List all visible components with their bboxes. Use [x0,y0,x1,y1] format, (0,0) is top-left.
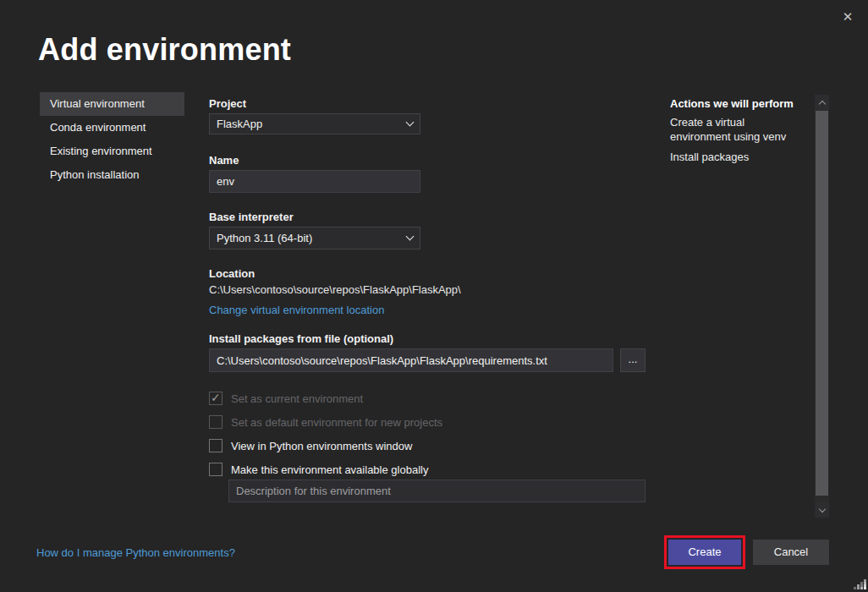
environment-type-list: Virtual environment Conda environment Ex… [40,92,184,187]
checkbox-set-as-current[interactable] [209,392,222,405]
action-item: Install packages [670,150,805,164]
checkbox-row[interactable]: View in Python environments window [209,439,412,452]
actions-panel: Actions we will perform Create a virtual… [670,97,805,164]
checkbox-make-available-globally[interactable] [209,463,222,476]
checkbox-view-in-environments-window[interactable] [209,439,222,452]
project-dropdown-value: FlaskApp [217,114,262,134]
sidebar-item-virtual-environment[interactable]: Virtual environment [40,92,184,116]
browse-button[interactable]: ... [620,348,646,372]
checkbox-label: Set as current environment [231,392,363,405]
scroll-down-icon[interactable] [815,502,829,518]
description-input[interactable] [228,480,646,502]
scrollbar-thumb[interactable] [816,111,828,496]
name-input[interactable] [209,170,420,193]
base-interpreter-dropdown-value: Python 3.11 (64-bit) [217,228,312,248]
cancel-button[interactable]: Cancel [753,540,829,565]
checkbox-set-as-default[interactable] [209,415,222,429]
checkbox-label: View in Python environments window [231,440,412,452]
base-interpreter-dropdown[interactable]: Python 3.11 (64-bit) [209,227,420,249]
chevron-down-icon [406,118,415,127]
checkbox-label: Set as default environment for new proje… [231,416,442,429]
project-label: Project [209,97,246,110]
resize-grip-icon[interactable] [853,579,866,590]
page-title: Add environment [38,32,291,68]
actions-panel-title: Actions we will perform [670,97,805,110]
sidebar-item-existing-environment[interactable]: Existing environment [40,140,184,163]
scroll-up-icon[interactable] [815,95,829,110]
base-interpreter-label: Base interpreter [209,211,294,223]
checkbox-row[interactable]: Make this environment available globally [209,463,428,476]
chevron-down-icon [406,233,415,241]
checkbox-label: Make this environment available globally [231,463,428,476]
add-environment-dialog: ✕ Add environment Virtual environment Co… [0,0,868,592]
help-link[interactable]: How do I manage Python environments? [36,546,235,559]
change-location-link[interactable]: Change virtual environment location [209,304,384,316]
location-path: C:\Users\contoso\source\repos\FlaskApp\F… [209,283,461,296]
project-dropdown[interactable]: FlaskApp [209,113,420,134]
close-icon[interactable]: ✕ [838,7,858,27]
create-button[interactable]: Create [668,540,741,565]
name-label: Name [209,154,239,167]
sidebar-item-conda-environment[interactable]: Conda environment [40,116,184,140]
install-packages-input[interactable] [209,348,613,372]
sidebar-item-python-installation[interactable]: Python installation [40,163,184,187]
action-item: Create a virtual environment using venv [670,115,805,144]
location-label: Location [209,267,255,280]
checkbox-row[interactable]: Set as default environment for new proje… [209,415,442,429]
checkbox-row[interactable]: Set as current environment [209,392,363,405]
vertical-scrollbar[interactable] [815,95,829,518]
install-packages-label: Install packages from file (optional) [209,332,393,345]
